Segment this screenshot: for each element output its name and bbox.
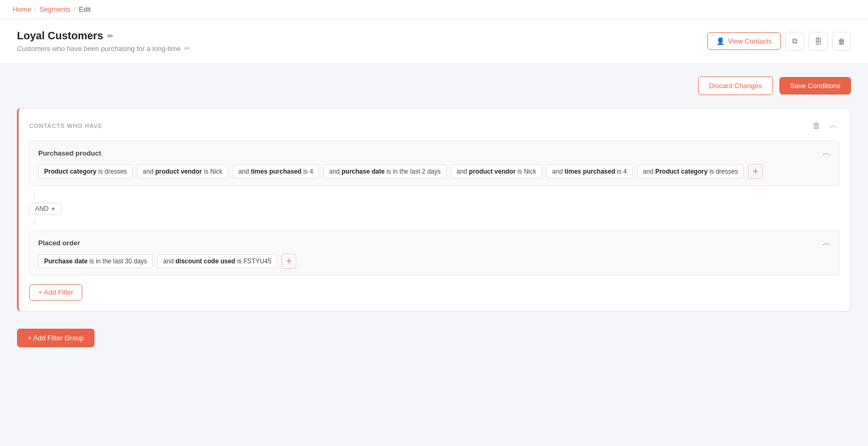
copy-button[interactable]: ⧉ [785,32,804,51]
vertical-line-top [35,191,35,199]
filter-block-2-toggle[interactable]: ︿ [822,237,831,248]
filter-block-placed-order: Placed order ︿ Purchase date is in the l… [29,230,840,276]
add-condition-button-2[interactable]: + [281,254,296,269]
breadcrumb-sep2: / [74,5,76,13]
group-header: CONTACTS WHO HAVE 🗑 ︿ [29,119,840,132]
header-actions: 👤 View Contacts ⧉ 🗄 🗑 [707,32,851,51]
filter-group-container: CONTACTS WHO HAVE 🗑 ︿ Purchased product … [17,108,851,312]
group-label: CONTACTS WHO HAVE [29,123,102,129]
group-trash-icon: 🗑 [812,121,821,130]
and-connector-badge-row: AND ▼ [29,203,840,215]
filter-block-1-toggle[interactable]: ︿ [822,148,831,159]
filter-tag-4[interactable]: and purchase date is in the last 2 days [323,165,446,178]
chevron-up-icon: ︿ [822,148,831,157]
copy-icon: ⧉ [792,37,797,46]
toolbar-row: Discard Changes Save Conditions [17,76,851,95]
subtitle-edit-icon[interactable]: ✏ [184,44,191,53]
delete-button[interactable]: 🗑 [832,32,851,51]
top-bar: Home / Segments / Edit [0,0,868,19]
archive-icon: 🗄 [814,37,822,46]
filter-block-2-title: Placed order [38,239,80,247]
filter-tag-5[interactable]: and product vendor is Nick [451,165,542,178]
page-header: Loyal Customers ✏ Customers who have bee… [0,19,868,64]
filter-block-2-tags: Purchase date is in the last 30 days and… [38,254,831,269]
filter-block-purchased-product: Purchased product ︿ Product category is … [29,141,840,186]
filter-block-1-header: Purchased product ︿ [38,148,831,159]
segment-title: Loyal Customers [17,30,103,42]
chevron-up-icon-2: ︿ [822,238,831,247]
filter-tag-placed-1[interactable]: Purchase date is in the last 30 days [38,254,153,268]
view-contacts-person-icon: 👤 [716,37,725,45]
group-delete-button[interactable]: 🗑 [810,119,823,132]
filter-tag-1[interactable]: Product category is dresses [38,165,133,178]
breadcrumb-home[interactable]: Home [13,5,31,13]
breadcrumb-current: Edit [79,5,90,13]
filter-tag-placed-2[interactable]: and discount code used is FSTYU45 [157,254,277,268]
breadcrumb-sep1: / [35,5,37,13]
header-title-row: Loyal Customers ✏ [17,30,191,42]
and-connector [29,191,840,199]
filter-tag-3[interactable]: and times purchased is 4 [233,165,319,178]
group-collapse-button[interactable]: ︿ [827,119,840,132]
vertical-line-bottom [35,219,35,226]
segment-subtitle: Customers who have been purchasing for a… [17,45,181,53]
filter-tag-6[interactable]: and times purchased is 4 [546,165,633,178]
add-filter-row: + Add Filter [29,282,840,301]
save-conditions-button[interactable]: Save Conditions [779,77,851,95]
and-arrow-icon: ▼ [50,206,56,212]
filter-tag-2[interactable]: and product vendor is Nick [137,165,228,178]
view-contacts-button[interactable]: 👤 View Contacts [707,32,781,50]
add-filter-group-button[interactable]: + Add Filter Group [17,329,94,347]
and-label: AND [35,205,48,212]
trash-icon: 🗑 [838,37,845,46]
main-content: Discard Changes Save Conditions CONTACTS… [0,64,868,446]
group-chevron-up-icon: ︿ [829,121,838,130]
filter-block-1-title: Purchased product [38,149,101,157]
group-header-actions: 🗑 ︿ [810,119,840,132]
and-dropdown[interactable]: AND ▼ [29,203,62,215]
filter-block-2-header: Placed order ︿ [38,237,831,248]
view-contacts-label: View Contacts [728,37,772,45]
discard-changes-button[interactable]: Discard Changes [698,76,774,95]
header-left: Loyal Customers ✏ Customers who have bee… [17,30,191,53]
add-filter-button[interactable]: + Add Filter [29,284,82,301]
breadcrumb-segments[interactable]: Segments [39,5,71,13]
and-connector-bottom [29,219,840,226]
archive-button[interactable]: 🗄 [809,32,828,51]
add-condition-button-1[interactable]: + [748,164,763,179]
filter-block-1-tags: Product category is dresses and product … [38,164,831,179]
title-edit-icon[interactable]: ✏ [107,32,114,40]
breadcrumb: Home / Segments / Edit [13,5,855,13]
header-subtitle-row: Customers who have been purchasing for a… [17,44,191,53]
filter-tag-7[interactable]: and Product category is dresses [637,165,744,178]
